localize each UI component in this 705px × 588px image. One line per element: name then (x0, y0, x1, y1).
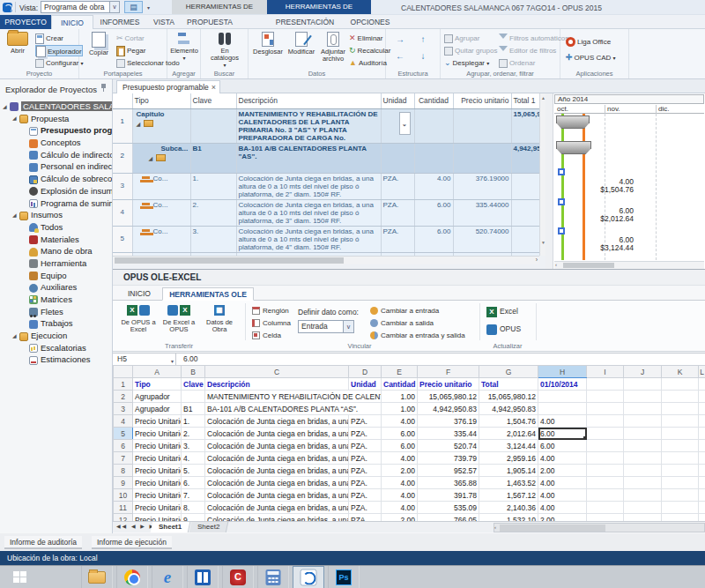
grid-cell[interactable]: 4.00 (414, 173, 453, 199)
gantt-summary-bar[interactable] (556, 141, 591, 154)
grid-row-concepto-1[interactable]: 3Co...1.Colocación de Junta ciega en bri… (113, 173, 539, 199)
vista-select[interactable]: Programa de obrav (41, 1, 120, 13)
grid-row-concepto-2[interactable]: 4Co...2.Colocación de Junta ciega en bri… (113, 199, 539, 226)
cambiar-a-entrada-button[interactable]: Cambiar a entrada (370, 305, 439, 316)
filtros-automaticos-button[interactable]: Filtros automáticos (499, 33, 568, 44)
sheet-row-header-11[interactable]: 11 (114, 502, 133, 514)
cell-g9[interactable]: 1,463.52 (479, 477, 538, 489)
sheet-row-header-3[interactable]: 3 (114, 403, 133, 415)
cell-b12[interactable]: 9. (182, 514, 205, 522)
cell-h8[interactable]: 2.00 (538, 465, 587, 477)
renglon-button[interactable]: Renglón (252, 305, 289, 316)
col-cantidad[interactable]: Cantidad (414, 93, 453, 108)
cell-h6[interactable]: 6.00 (538, 440, 587, 452)
grid-cell[interactable]: Colocación de Junta ciega en bridas, a u… (236, 199, 381, 226)
cell-l11[interactable] (699, 502, 705, 514)
tree-item-programa-de-suminist[interactable]: Programa de suminist... (0, 197, 112, 210)
cell-f2[interactable]: 15,065,980.12 (418, 391, 479, 403)
grid-cell[interactable]: PZA. (381, 226, 414, 252)
grid-cell[interactable]: 520.74000 (453, 226, 511, 252)
grid-row-concepto-3[interactable]: 5Co...3.Colocación de Junta ciega en bri… (113, 226, 539, 252)
cell-i2[interactable] (587, 391, 624, 403)
cell-e9[interactable]: 4.00 (382, 477, 418, 489)
grid-cell[interactable]: 6.00 (414, 199, 453, 226)
cell-l6[interactable] (699, 440, 705, 452)
cell-g7[interactable]: 2,959.16 (479, 452, 538, 465)
cell-j8[interactable] (624, 465, 662, 477)
col-tipo[interactable]: Tipo (132, 93, 190, 108)
cell-b11[interactable]: 8. (182, 502, 205, 514)
cell-b9[interactable]: 6. (182, 477, 205, 489)
tab-informe-auditoria[interactable]: Informe de auditoría (4, 536, 82, 549)
cell-g6[interactable]: 3,124.44 (479, 440, 538, 452)
tree-item-herramienta[interactable]: Herramienta (0, 257, 112, 270)
col-precio-unitario[interactable]: Precio unitario (453, 93, 511, 108)
file-explorer-taskbar-button[interactable] (81, 566, 113, 588)
grid-cell[interactable]: 3. (190, 226, 236, 252)
cell-k11[interactable] (662, 502, 699, 514)
cell-k12[interactable] (662, 514, 699, 522)
cell-f6[interactable]: 520.74 (418, 440, 479, 452)
tab-vista[interactable]: VISTA (146, 15, 182, 29)
celda-button[interactable]: Celda (252, 330, 281, 341)
formula-input[interactable]: 6.00 (178, 354, 705, 366)
cortar-button[interactable]: ✂Cortar (116, 33, 145, 44)
cell-e4[interactable]: 4.00 (382, 415, 418, 428)
tree-item-conceptos[interactable]: Conceptos (0, 137, 112, 149)
cell-j2[interactable] (624, 391, 662, 403)
tab-presentacion[interactable]: PRESENTACIÓN (270, 15, 340, 29)
photoshop-taskbar-button[interactable]: Ps (328, 566, 360, 588)
cell-d4[interactable]: PZA. (349, 415, 382, 428)
tree-item-escalatorias[interactable]: Escalatorias (0, 342, 112, 354)
cell-h10[interactable]: 4.00 (538, 489, 587, 502)
cell-i1[interactable] (587, 378, 624, 391)
cell-j4[interactable] (624, 415, 662, 428)
cell-g12[interactable]: 1,532.10 (479, 514, 538, 522)
sheet-col-header-b[interactable]: B (182, 366, 205, 378)
tree-item-calentadores-salam[interactable]: ◢CALENTADORES SALAM... (0, 100, 112, 113)
cell-i6[interactable] (587, 440, 624, 452)
cell-a2[interactable]: Agrupador (133, 391, 182, 403)
tree-item-explosi-n-de-insumos[interactable]: Explosión de insumos (0, 185, 112, 197)
cell-k4[interactable] (662, 415, 699, 428)
opus-taskbar-button[interactable] (293, 566, 324, 588)
cell-l4[interactable] (699, 415, 705, 428)
sheet-row-header-10[interactable]: 10 (114, 489, 133, 502)
cell-f10[interactable]: 391.78 (418, 489, 479, 502)
cell-l1[interactable] (699, 378, 705, 391)
tab-informe-ejecucion[interactable]: Informe de ejecución (92, 536, 172, 549)
cell-i8[interactable] (587, 465, 624, 477)
tree-item-materiales[interactable]: Materiales (0, 234, 112, 246)
cell-l8[interactable] (699, 465, 705, 477)
cell-j9[interactable] (624, 477, 662, 489)
cell-f8[interactable]: 952.57 (418, 465, 479, 477)
cell-i5[interactable] (587, 428, 624, 440)
blue-app-taskbar-button[interactable] (187, 566, 219, 588)
quitar-grupos-button[interactable]: Quitar grupos (444, 45, 497, 56)
scrollbar-thumb[interactable] (115, 257, 344, 264)
sheet-col-header-e[interactable]: E (382, 366, 418, 378)
pin-icon[interactable] (100, 84, 107, 92)
cell-a7[interactable]: Precio Unitario (133, 452, 182, 465)
grid-row-subcapitulo[interactable]: 2 Subca...◢ B1 BA-101 A/B CALENTADORES P… (113, 143, 539, 173)
cell-i11[interactable] (587, 502, 624, 514)
cell-e3[interactable]: 1.00 (382, 403, 418, 415)
editor-de-filtros-button[interactable]: Editor de filtros (499, 45, 556, 56)
cell-f5[interactable]: 335.44 (418, 428, 479, 440)
tab-informes[interactable]: INFORMES (97, 15, 143, 29)
cell-e6[interactable]: 6.00 (382, 440, 418, 452)
cell-f4[interactable]: 376.19 (418, 415, 479, 428)
chrome-taskbar-button[interactable] (116, 566, 148, 588)
cell-k6[interactable] (662, 440, 699, 452)
ole-tab-inicio[interactable]: INICIO (120, 287, 159, 301)
cell-d6[interactable]: PZA. (349, 440, 382, 452)
desplegar-button[interactable]: ⌄Desplegar ▾ (444, 57, 489, 69)
cell-h7[interactable]: 4.00 (538, 452, 587, 465)
cell-g10[interactable]: 1,567.12 (479, 489, 538, 502)
tree-item-propuesta[interactable]: ◢Propuesta (0, 113, 112, 125)
calculator-taskbar-button[interactable] (257, 566, 289, 588)
cell-h12[interactable]: 2.00 (538, 514, 587, 522)
modificar-button[interactable]: Modificar (284, 31, 319, 56)
cell-j12[interactable] (624, 514, 662, 522)
de-excel-a-opus-button[interactable]: ←XDe Excel a OPUS (159, 303, 199, 333)
